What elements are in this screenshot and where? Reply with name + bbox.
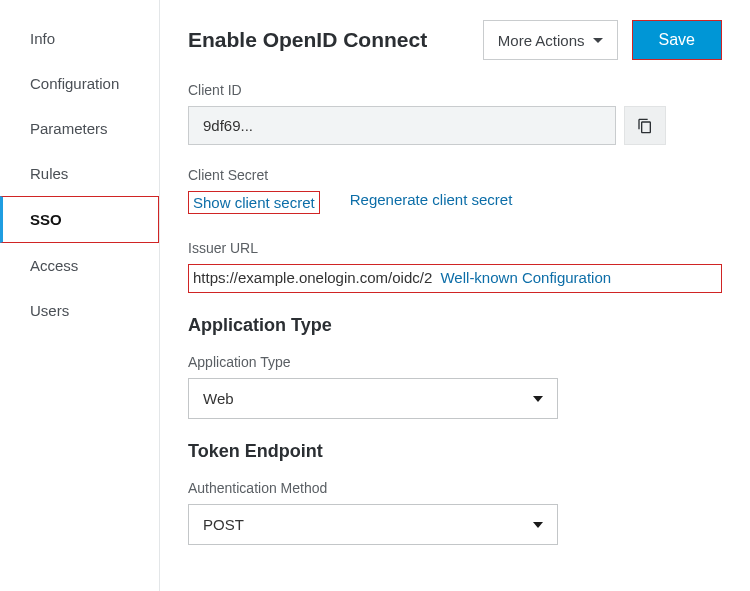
auth-method-label: Authentication Method [188,480,722,496]
sidebar-item-configuration[interactable]: Configuration [0,61,159,106]
page-title: Enable OpenID Connect [188,28,427,52]
chevron-down-icon [533,396,543,402]
more-actions-label: More Actions [498,32,585,49]
client-id-input[interactable] [188,106,616,145]
sidebar-item-parameters[interactable]: Parameters [0,106,159,151]
issuer-url-value: https://example.onelogin.com/oidc/2 [193,269,432,286]
token-endpoint-section-title: Token Endpoint [188,441,722,462]
chevron-down-icon [533,522,543,528]
main-content: Enable OpenID Connect More Actions Save … [160,0,750,591]
issuer-url-label: Issuer URL [188,240,722,256]
sidebar-item-label: Configuration [30,75,119,92]
show-client-secret-link[interactable]: Show client secret [188,191,320,214]
save-label: Save [659,31,695,48]
sidebar-item-rules[interactable]: Rules [0,151,159,196]
regenerate-client-secret-link[interactable]: Regenerate client secret [350,191,513,214]
sidebar-item-label: SSO [30,211,62,228]
auth-method-select[interactable]: POST [188,504,558,545]
sidebar-item-info[interactable]: Info [0,16,159,61]
issuer-url-row: https://example.onelogin.com/oidc/2 Well… [188,264,722,293]
sidebar: Info Configuration Parameters Rules SSO … [0,0,160,591]
client-id-label: Client ID [188,82,722,98]
sidebar-item-label: Info [30,30,55,47]
auth-method-value: POST [203,516,244,533]
sidebar-item-sso[interactable]: SSO [0,196,159,243]
chevron-down-icon [593,38,603,43]
more-actions-button[interactable]: More Actions [483,20,618,60]
client-secret-label: Client Secret [188,167,722,183]
sidebar-item-access[interactable]: Access [0,243,159,288]
application-type-select[interactable]: Web [188,378,558,419]
sidebar-item-label: Parameters [30,120,108,137]
save-button[interactable]: Save [632,20,722,60]
application-type-value: Web [203,390,234,407]
sidebar-item-label: Users [30,302,69,319]
application-type-section-title: Application Type [188,315,722,336]
sidebar-item-label: Rules [30,165,68,182]
sidebar-item-label: Access [30,257,78,274]
copy-client-id-button[interactable] [624,106,666,145]
application-type-label: Application Type [188,354,722,370]
wellknown-config-link[interactable]: Well-known Configuration [440,269,611,286]
copy-icon [637,117,653,135]
sidebar-item-users[interactable]: Users [0,288,159,333]
